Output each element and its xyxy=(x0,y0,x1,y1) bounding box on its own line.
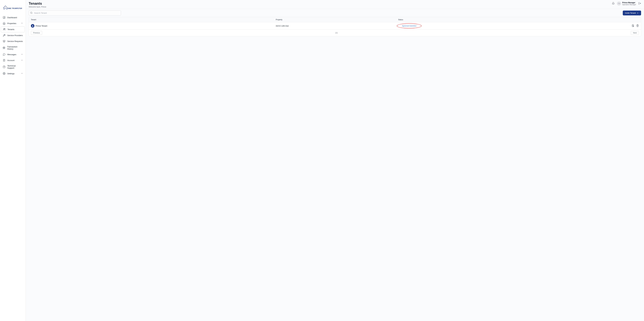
tenants-table: Tenant Property Status Prince Tenant xyxy=(29,17,641,36)
chevron-right-icon xyxy=(637,12,639,14)
nav-item-dashboard[interactable]: Dashboard xyxy=(1,15,25,20)
nav-item-label: Service Requests xyxy=(7,40,23,42)
nav-item-properties[interactable]: Properties xyxy=(1,21,25,26)
notifications-icon[interactable] xyxy=(612,2,614,5)
bank-icon xyxy=(3,46,6,49)
document-action-icon[interactable] xyxy=(632,24,634,27)
nav-item-service-providers[interactable]: Service Providers xyxy=(1,33,25,38)
user-role: Operation Manager xyxy=(622,4,636,6)
nav-item-transaction-history[interactable]: Transaction History xyxy=(1,44,25,51)
tenant-name: Prince Tenant xyxy=(36,25,47,27)
svg-point-18 xyxy=(3,66,5,68)
col-tenant: Tenant xyxy=(29,17,274,22)
users-icon xyxy=(3,28,6,31)
svg-point-24 xyxy=(32,25,33,26)
nav-item-technical-support[interactable]: Technical Support xyxy=(1,63,25,70)
user-info[interactable]: PM Prince Manager Operation Manager xyxy=(617,2,636,6)
search-box xyxy=(29,11,121,16)
chevron-down-icon xyxy=(21,59,23,62)
nav-item-label: Tenants xyxy=(8,28,14,31)
home-icon xyxy=(3,22,6,25)
chevron-down-icon xyxy=(21,22,23,25)
document-icon xyxy=(3,59,6,62)
search-icon xyxy=(30,12,32,14)
page-subtitle: Welcome back, Prince xyxy=(29,6,46,8)
chat-icon xyxy=(3,53,6,56)
svg-marker-7 xyxy=(3,40,5,41)
logo-icon: OME TRUMPETER xyxy=(3,5,23,10)
nav-item-label: Transaction History xyxy=(7,46,23,50)
nav-item-label: Service Providers xyxy=(7,34,23,37)
tenant-property: 315 E 12th Ave xyxy=(274,22,396,30)
logout-icon[interactable] xyxy=(638,2,641,5)
nav-item-settings[interactable]: Settings xyxy=(1,71,25,76)
main-content: Tenants Welcome back, Prince PM Prince M… xyxy=(26,0,644,321)
toolbar: Invite Tenant xyxy=(26,9,644,17)
nav-menu: DashboardPropertiesTenantsService Provid… xyxy=(0,15,26,76)
nav-item-label: Messages xyxy=(7,53,16,56)
nav-item-service-requests[interactable]: Service Requests xyxy=(1,39,25,44)
pagination: Previous 1/1 Next xyxy=(29,30,641,36)
user-name: Prince Manager xyxy=(622,2,636,4)
col-status: Status xyxy=(396,17,580,22)
search-input[interactable] xyxy=(29,11,121,16)
next-button[interactable]: Next xyxy=(631,31,639,35)
chevron-down-icon xyxy=(21,72,23,75)
gear-icon xyxy=(3,72,6,75)
invite-tenant-button[interactable]: Invite Tenant xyxy=(623,11,641,16)
nav-item-label: Account xyxy=(7,59,14,62)
col-actions xyxy=(580,17,641,22)
page-title: Tenants xyxy=(29,2,46,6)
nav-item-label: Dashboard xyxy=(7,17,17,19)
svg-point-6 xyxy=(4,28,5,29)
dashboard-icon xyxy=(3,16,6,19)
help-icon xyxy=(3,65,6,68)
tenant-avatar-icon xyxy=(31,24,34,28)
invite-button-label: Invite Tenant xyxy=(625,12,636,14)
brand-logo: OME TRUMPETER xyxy=(0,3,26,15)
nav-item-messages[interactable]: Messages xyxy=(1,52,25,57)
table-row[interactable]: Prince Tenant 315 E 12th Ave Agreement S… xyxy=(29,22,641,30)
delete-action-icon[interactable] xyxy=(636,24,639,27)
nav-item-account[interactable]: Account xyxy=(1,58,25,63)
svg-point-22 xyxy=(30,12,32,14)
svg-marker-8 xyxy=(3,47,5,48)
svg-point-5 xyxy=(4,29,4,29)
sidebar: OME TRUMPETER DashboardPropertiesTenants… xyxy=(0,0,26,321)
layers-icon xyxy=(3,40,6,43)
tools-icon xyxy=(3,34,6,37)
svg-line-23 xyxy=(32,13,32,14)
chevron-down-icon xyxy=(21,53,23,56)
nav-item-label: Properties xyxy=(7,22,16,25)
page-header: Tenants Welcome back, Prince PM Prince M… xyxy=(26,0,644,9)
nav-item-tenants[interactable]: Tenants xyxy=(1,26,25,32)
prev-button[interactable]: Previous xyxy=(31,31,42,35)
col-property: Property xyxy=(274,17,396,22)
svg-text:OME TRUMPETER: OME TRUMPETER xyxy=(8,8,22,9)
nav-item-label: Technical Support xyxy=(7,65,23,69)
status-badge: Agreement Submitted xyxy=(398,24,420,28)
user-avatar: PM xyxy=(617,2,621,6)
nav-item-label: Settings xyxy=(7,72,14,75)
svg-point-20 xyxy=(4,73,4,74)
page-indicator: 1/1 xyxy=(335,32,338,34)
